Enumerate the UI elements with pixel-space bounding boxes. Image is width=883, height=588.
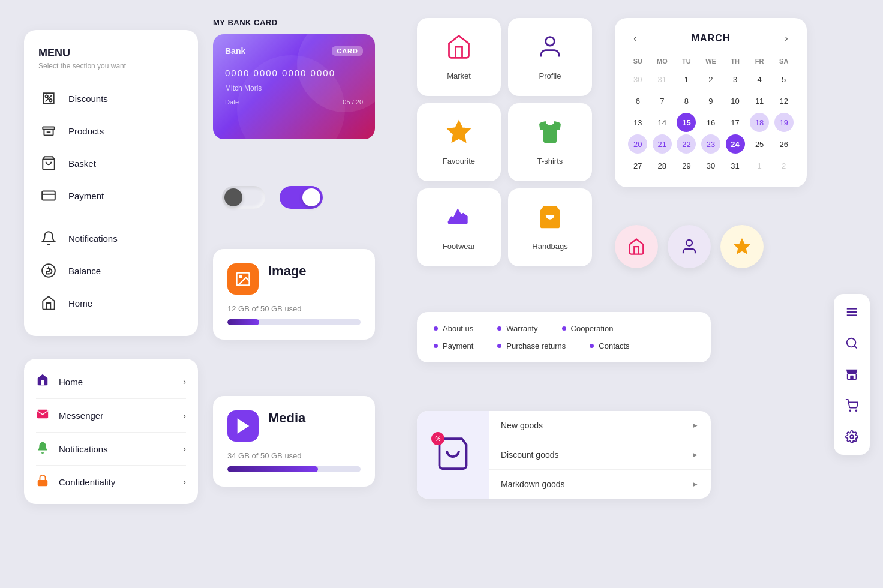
menu-item-home[interactable]: Home <box>38 287 184 319</box>
cat-label-profile: Profile <box>539 71 561 80</box>
link-contacts[interactable]: Contacts <box>590 341 629 350</box>
bullet-contacts <box>590 344 594 348</box>
toolbar-cart-icon[interactable] <box>841 395 863 416</box>
balance-icon <box>38 260 59 281</box>
icon-circle-profile[interactable] <box>668 225 711 268</box>
cal-day-6[interactable]: 5 <box>774 70 794 89</box>
cal-day-11[interactable]: 10 <box>726 91 745 110</box>
goods-label-markdown: Markdown goods <box>501 479 565 489</box>
category-grid: Market Profile Favourite T-shirts <box>417 18 592 266</box>
icon-circle-market[interactable] <box>615 225 658 268</box>
link-purchase-returns[interactable]: Purchase returns <box>497 341 566 350</box>
svg-rect-6 <box>42 191 55 200</box>
cat-card-favourite[interactable]: Favourite <box>417 103 501 181</box>
toolbar-menu-icon[interactable] <box>841 301 863 323</box>
menu-item-discounts[interactable]: Discounts <box>38 82 184 115</box>
cal-day-12[interactable]: 11 <box>750 91 769 110</box>
cal-day-27[interactable]: 26 <box>774 134 794 154</box>
cal-day-20[interactable]: 19 <box>774 113 794 132</box>
cal-day-13[interactable]: 12 <box>774 91 794 110</box>
cal-day-22[interactable]: 21 <box>653 134 672 154</box>
bullet-purchase-returns <box>497 344 501 348</box>
menu-item-basket[interactable]: Basket <box>38 147 184 179</box>
cal-day-24[interactable]: 23 <box>701 134 720 154</box>
cal-day-0[interactable]: 30 <box>628 70 647 89</box>
icon-circle-favourite[interactable] <box>720 225 764 268</box>
card-bank-name: Bank <box>225 46 245 56</box>
goods-item-discount[interactable]: Discount goods ► <box>489 440 711 470</box>
link-warranty[interactable]: Warranty <box>497 324 537 333</box>
cal-day-18[interactable]: 17 <box>726 113 745 132</box>
link-contacts-label: Contacts <box>599 341 629 350</box>
goods-item-new[interactable]: New goods ► <box>489 411 711 440</box>
nav-item-notifications[interactable]: Notifications › <box>36 433 186 466</box>
link-payment[interactable]: Payment <box>434 341 473 350</box>
svg-point-1 <box>49 99 52 101</box>
cal-day-5[interactable]: 4 <box>750 70 769 89</box>
cal-prev-button[interactable]: ‹ <box>627 30 644 47</box>
cal-day-3[interactable]: 2 <box>701 70 720 89</box>
menu-item-notifications[interactable]: Notifications <box>38 222 184 254</box>
cal-day-19[interactable]: 18 <box>750 113 769 132</box>
storage-title-image: Image <box>268 263 307 279</box>
cal-day-34[interactable]: 2 <box>774 156 794 175</box>
cal-day-33[interactable]: 1 <box>750 156 769 175</box>
cal-day-30[interactable]: 29 <box>677 156 696 175</box>
cal-day-25[interactable]: 24 <box>726 134 745 154</box>
menu-item-products[interactable]: Products <box>38 115 184 147</box>
toolbar-store-icon[interactable] <box>841 364 863 385</box>
cal-day-10[interactable]: 9 <box>701 91 720 110</box>
goods-label-discount: Discount goods <box>501 450 559 460</box>
cal-day-16[interactable]: 15 <box>677 113 696 132</box>
link-cooperation[interactable]: Cooperation <box>562 324 614 333</box>
discount-icon <box>38 88 59 109</box>
cal-day-9[interactable]: 8 <box>677 91 696 110</box>
toolbar-search-icon[interactable] <box>841 332 863 354</box>
menu-item-payment[interactable]: Payment <box>38 179 184 212</box>
cal-day-31[interactable]: 30 <box>701 156 720 175</box>
cal-header-su: SU <box>627 55 649 67</box>
cat-card-tshirts[interactable]: T-shirts <box>508 103 592 181</box>
toggle-thumb-on <box>302 188 320 206</box>
cal-day-8[interactable]: 7 <box>653 91 672 110</box>
storage-bar-image-fill <box>227 319 259 325</box>
menu-label-balance: Balance <box>68 266 101 276</box>
cat-card-profile[interactable]: Profile <box>508 18 592 96</box>
link-purchase-returns-label: Purchase returns <box>506 341 566 350</box>
bell-icon-nav <box>36 441 49 457</box>
cal-day-29[interactable]: 28 <box>653 156 672 175</box>
nav-item-messenger[interactable]: Messenger › <box>36 399 186 433</box>
cat-card-handbags[interactable]: Handbags <box>508 188 592 266</box>
menu-item-balance[interactable]: Balance <box>38 254 184 287</box>
cal-day-1[interactable]: 31 <box>653 70 672 89</box>
cat-card-market[interactable]: Market <box>417 18 501 96</box>
cal-day-26[interactable]: 25 <box>750 134 769 154</box>
cal-day-15[interactable]: 14 <box>653 113 672 132</box>
cal-day-21[interactable]: 20 <box>628 134 647 154</box>
profile-icon <box>537 34 563 65</box>
nav-label-notifications: Notifications <box>59 444 173 454</box>
link-about[interactable]: About us <box>434 324 473 333</box>
lock-icon-nav <box>36 474 49 490</box>
nav-item-home[interactable]: Home › <box>36 365 186 399</box>
cal-next-button[interactable]: › <box>778 30 795 47</box>
menu-label-home: Home <box>68 298 92 308</box>
toolbar-settings-icon[interactable] <box>841 426 863 448</box>
cal-day-23[interactable]: 22 <box>677 134 696 154</box>
svg-line-2 <box>46 95 52 102</box>
cal-day-28[interactable]: 27 <box>628 156 647 175</box>
cal-day-17[interactable]: 16 <box>701 113 720 132</box>
cal-day-7[interactable]: 6 <box>628 91 647 110</box>
cal-day-14[interactable]: 13 <box>628 113 647 132</box>
toggle-off[interactable] <box>222 186 265 209</box>
nav-item-confidentiality[interactable]: Confidentiality › <box>36 466 186 498</box>
cal-day-2[interactable]: 1 <box>677 70 696 89</box>
menu-title: MENU <box>38 47 184 59</box>
cat-card-footwear[interactable]: Footwear <box>417 188 501 266</box>
goods-item-markdown[interactable]: Markdown goods ► <box>489 470 711 499</box>
cal-day-32[interactable]: 31 <box>726 156 745 175</box>
cal-day-4[interactable]: 3 <box>726 70 745 89</box>
nav-arrow-notifications: › <box>183 444 186 454</box>
toggle-on[interactable] <box>280 186 323 209</box>
footwear-icon <box>446 204 472 236</box>
